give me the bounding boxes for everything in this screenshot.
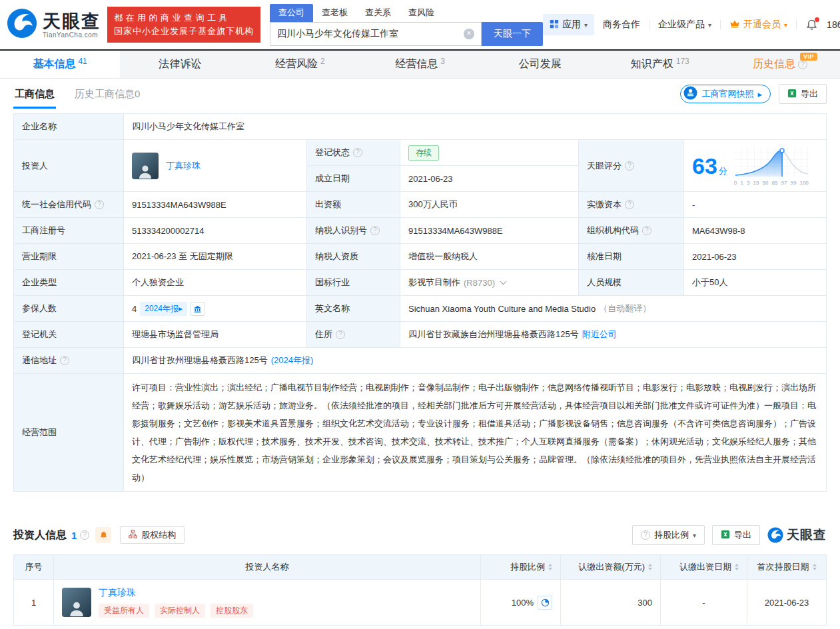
tab-history-info[interactable]: 历史信息 ? VIP xyxy=(720,51,840,78)
investors-export-button[interactable]: 导出 xyxy=(712,525,760,545)
chevron-down-icon: ▾ xyxy=(784,21,787,29)
tab-legal[interactable]: 法律诉讼 xyxy=(120,51,240,78)
subtab-history-business-info[interactable]: 历史工商信息0 xyxy=(73,80,141,109)
field-label: 统一社会信用代码 ? xyxy=(14,192,124,218)
equity-structure-button[interactable]: 股权结构 xyxy=(120,526,185,544)
industry-code: (R8730) xyxy=(464,278,495,288)
field-label: 成立日期 xyxy=(307,166,400,192)
sort-icon[interactable] xyxy=(648,564,652,570)
investor-name-link[interactable]: 丁真珍珠 xyxy=(99,587,253,599)
tab-basic-info[interactable]: 基本信息 41 xyxy=(0,51,120,78)
nav-cooperation[interactable]: 商务合作 xyxy=(603,19,640,31)
arrow-right-icon: ▸ xyxy=(757,89,762,99)
official-snapshot-button[interactable]: 工商官网快照 ▸ xyxy=(680,85,771,103)
field-label: 天眼评分 ? xyxy=(579,140,684,192)
search-tab-risk[interactable]: 查风险 xyxy=(400,4,443,22)
investors-section-header: 投资人信息 1 ? 股权结构 ? 持股比例 ▾ 导出 天眼查 xyxy=(13,525,827,545)
help-icon: ? xyxy=(625,200,634,209)
field-label: 通信地址 ? xyxy=(14,348,124,374)
equity-structure-label: 股权结构 xyxy=(141,529,176,541)
nav-enterprise-label: 企业级产品 xyxy=(658,19,705,31)
nav-account[interactable]: 186*... ▾ xyxy=(827,19,840,30)
establish-date-value: 2021-06-23 xyxy=(400,166,579,192)
tab-count: 3 xyxy=(440,57,445,66)
nav-apps[interactable]: 应用 ▾ xyxy=(543,14,594,35)
col-header-amount[interactable]: 认缴出资额(万元) xyxy=(561,555,661,579)
score-value[interactable]: 63 分 0131550859799100 xyxy=(684,140,827,192)
field-label: 人员规模 xyxy=(579,270,684,296)
ratio-cell: 100% xyxy=(481,580,561,625)
org-code-value: MA643W98-8 xyxy=(684,218,827,244)
sort-icon[interactable] xyxy=(548,564,552,570)
score-distribution-chart: 0131550859799100 xyxy=(734,146,809,186)
vip-badge: VIP xyxy=(800,53,817,61)
col-header-date[interactable]: 认缴出资日期 xyxy=(661,555,747,579)
help-icon: ? xyxy=(370,226,380,235)
search-tab-boss[interactable]: 查老板 xyxy=(313,4,356,22)
archive-building-icon[interactable] xyxy=(191,302,205,316)
ratio-button-label: 持股比例 xyxy=(654,529,689,541)
search-tab-relation[interactable]: 查关系 xyxy=(356,4,400,22)
field-label: 住所 ? xyxy=(307,322,400,348)
annual-report-tag[interactable]: 2024年报▸ xyxy=(140,302,187,316)
actual-controller-tag: 实际控制人 xyxy=(155,604,205,618)
help-icon: ? xyxy=(625,161,634,171)
investor-avatar[interactable] xyxy=(62,588,91,617)
header-label: 认缴出资日期 xyxy=(679,561,731,573)
annual-report-link[interactable]: (2024年报) xyxy=(271,354,314,366)
tab-operation-risk[interactable]: 经营风险 2 xyxy=(240,51,360,78)
field-label: 参保人数 xyxy=(14,296,124,322)
notification-bell-icon[interactable] xyxy=(805,19,818,31)
tab-intellectual-property[interactable]: 知识产权 173 xyxy=(600,51,720,78)
search-button[interactable]: 天眼一下 xyxy=(482,22,543,46)
account-phone: 186*... xyxy=(827,19,840,30)
nav-membership[interactable]: 开通会员 ▾ xyxy=(729,19,787,31)
sort-icon[interactable] xyxy=(735,564,739,570)
header-label: 首次持股日期 xyxy=(757,561,809,573)
header-label: 认缴出资额(万元) xyxy=(578,561,645,573)
header-label: 持股比例 xyxy=(510,561,545,573)
label-text: 实缴资本 xyxy=(587,199,622,211)
search-tab-company[interactable]: 查公司 xyxy=(270,4,313,22)
investors-table: 序号 投资人名称 持股比例 认缴出资额(万元) 认缴出资日期 首次持股日期 1 … xyxy=(13,554,827,626)
slogan-banner: 都在用的商业查询工具 国家中小企业发展子基金旗下机构 xyxy=(107,7,260,43)
investor-avatar[interactable] xyxy=(132,153,159,179)
score-unit: 分 xyxy=(719,165,727,177)
approval-date-value: 2021-06-23 xyxy=(684,244,827,270)
shareholding-ratio-button[interactable]: ? 持股比例 ▾ xyxy=(632,525,705,545)
field-label: 工商注册号 xyxy=(14,218,124,244)
first-date-cell: 2021-06-23 xyxy=(747,580,826,625)
investor-value: 丁真珍珠 xyxy=(124,140,307,192)
chevron-down-icon: ▾ xyxy=(708,21,711,29)
pie-chart-icon[interactable] xyxy=(538,596,552,610)
score-axis: 0131550859799100 xyxy=(734,180,809,186)
main-tabbar: 基本信息 41 法律诉讼 经营风险 2 经营信息 3 公司发展 知识产权 173… xyxy=(0,49,840,79)
nav-apps-label: 应用 xyxy=(562,19,581,31)
search-module: 查公司 查老板 查关系 查风险 四川小马少年文化传媒工作室 × 天眼一下 xyxy=(270,4,543,46)
excel-icon xyxy=(721,530,730,541)
monitor-bell-icon[interactable] xyxy=(95,527,111,543)
industry-text: 影视节目制作 xyxy=(408,277,460,289)
tab-label: 经营信息 xyxy=(395,57,438,71)
tianyancha-logo[interactable]: 天眼查 TianYanCha.com xyxy=(7,8,101,41)
col-header-name: 投资人名称 xyxy=(54,555,481,579)
tab-operation-info[interactable]: 经营信息 3 xyxy=(360,51,480,78)
business-scope-value: 许可项目：营业性演出；演出经纪；广播电视节目制作经营；电视剧制作；音像制品制作；… xyxy=(124,374,827,492)
investor-name-link[interactable]: 丁真珍珠 xyxy=(166,160,201,172)
clear-icon[interactable]: × xyxy=(464,29,474,39)
export-label: 导出 xyxy=(734,529,751,541)
col-header-ratio[interactable]: 持股比例 xyxy=(481,555,561,579)
sort-icon[interactable] xyxy=(813,564,817,570)
field-label: 纳税人识别号 ? xyxy=(307,218,400,244)
slogan-line2: 国家中小企业发展子基金旗下机构 xyxy=(114,25,254,38)
nearby-companies-link[interactable]: 附近公司 xyxy=(582,328,617,340)
investors-count: 1 xyxy=(71,530,77,541)
chevron-down-icon[interactable] xyxy=(500,278,507,285)
subtab-business-info[interactable]: 工商信息 xyxy=(13,80,56,109)
search-input[interactable]: 四川小马少年文化传媒工作室 × xyxy=(270,22,482,46)
col-header-first-date[interactable]: 首次持股日期 xyxy=(747,555,826,579)
export-button[interactable]: 导出 xyxy=(779,84,827,104)
tab-company-development[interactable]: 公司发展 xyxy=(480,51,600,78)
slogan-line1: 都在用的商业查询工具 xyxy=(114,11,254,25)
nav-enterprise[interactable]: 企业级产品 ▾ xyxy=(658,19,711,31)
